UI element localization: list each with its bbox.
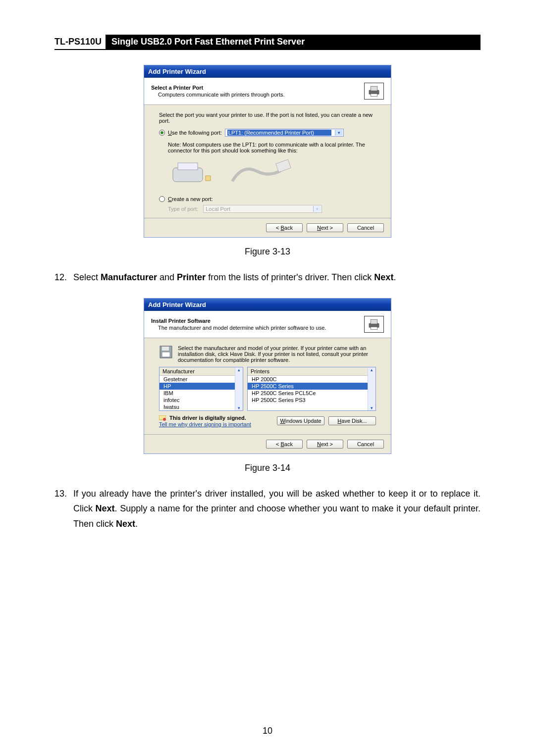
cancel-button[interactable]: Cancel [347,440,384,449]
list-item[interactable]: IBM [160,390,243,397]
printers-header: Printers [248,367,375,376]
use-port-label: UUse the following port:se the following… [168,130,222,136]
step-body: If you already have the printer's driver… [73,486,481,532]
doc-header: TL-PS110U Single USB2.0 Port Fast Ethern… [54,35,481,50]
next-button[interactable]: Next > [307,223,343,232]
step-number: 13. [54,486,73,532]
info-text: Select the manufacturer and model of you… [178,345,376,363]
port-connector-images [168,156,376,191]
add-printer-wizard-port-dialog: Add Printer Wizard Select a Printer Port… [144,65,391,238]
port-selected-value: LPT1: (Recommended Printer Port) [227,130,331,136]
dialog-header: Install Printer Software The manufacture… [144,311,391,338]
port-dropdown[interactable]: LPT1: (Recommended Printer Port) ▾ [225,129,344,137]
have-disk-button[interactable]: Have Disk... [328,416,376,425]
cancel-button[interactable]: Cancel [347,223,384,232]
chevron-down-icon: ▾ [313,206,321,212]
driver-signed-text: This driver is digitally signed. [169,415,246,421]
figure-caption-1: Figure 3-13 [54,247,481,257]
windows-update-button[interactable]: Windows Update [277,416,324,425]
next-button[interactable]: Next > [307,440,343,449]
printers-listbox[interactable]: Printers HP 2000CHP 2500C SeriesHP 2500C… [247,367,376,411]
svg-rect-2 [371,94,377,96]
list-item[interactable]: Iwatsu [160,403,243,410]
floppy-disk-icon [159,345,173,359]
chevron-down-icon[interactable]: ▾ [238,405,240,410]
list-item[interactable]: HP [160,383,243,390]
intro-text: Select the port you want your printer to… [159,112,376,124]
chevron-up-icon[interactable]: ▴ [371,367,373,372]
product-title: Single USB2.0 Port Fast Ethernet Print S… [106,35,481,49]
svg-rect-6 [276,159,291,172]
svg-rect-11 [162,347,169,351]
printer-illustration-icon [168,159,213,189]
step-number: 12. [54,270,73,285]
back-button[interactable]: < Back [266,223,303,232]
create-port-label: Create a new port: [168,196,213,202]
certificate-icon [159,415,166,421]
svg-rect-4 [178,163,198,170]
dialog-header-subtitle: Computers communicate with printers thro… [151,92,364,98]
manufacturer-header: Manufacturer [160,367,243,376]
port-type-value: Local Port [206,206,230,212]
add-printer-wizard-software-dialog: Add Printer Wizard Install Printer Softw… [144,298,391,454]
port-type-dropdown: Local Port ▾ [203,205,322,213]
printer-icon [364,316,384,333]
step-body: Select Manufacturer and Printer from the… [73,270,481,285]
svg-rect-12 [162,352,170,357]
page-number: 10 [0,726,535,736]
step-12: 12. Select Manufacturer and Printer from… [54,270,481,285]
list-item[interactable]: HP 2500C Series PCL5Ce [248,390,375,397]
step-13: 13. If you already have the printer's dr… [54,486,481,532]
radio-selected-icon [159,130,165,136]
figure-caption-2: Figure 3-14 [54,463,481,473]
svg-rect-8 [371,319,377,324]
list-item[interactable]: infotec [160,397,243,403]
svg-rect-9 [371,327,377,329]
type-of-port-label: Type of port: [168,206,198,212]
radio-unselected-icon [159,196,165,202]
port-note-text: Note: Most computers use the LPT1: port … [168,142,376,153]
list-item[interactable]: HP 2500C Series PS3 [248,397,375,403]
dialog-titlebar: Add Printer Wizard [144,299,391,311]
back-button[interactable]: < Back [266,440,303,449]
printer-icon [364,83,384,100]
dialog-header-subtitle: The manufacturer and model determine whi… [151,325,364,331]
dialog-header-title: Select a Printer Port [151,85,364,91]
chevron-down-icon[interactable]: ▾ [335,130,343,136]
chevron-down-icon[interactable]: ▾ [371,405,373,410]
cable-connector-icon [227,159,292,189]
scrollbar[interactable]: ▴▾ [235,367,243,410]
model-code: TL-PS110U [54,35,106,49]
svg-rect-5 [206,176,211,181]
manufacturer-listbox[interactable]: Manufacturer GestetnerHPIBMinfotecIwatsu… [159,367,243,411]
use-following-port-option[interactable]: UUse the following port:se the following… [159,129,376,137]
scrollbar[interactable]: ▴▾ [368,367,375,410]
driver-signing-link[interactable]: Tell me why driver signing is important [159,421,251,427]
svg-point-14 [163,418,166,421]
dialog-titlebar: Add Printer Wizard [144,65,391,78]
create-new-port-option[interactable]: Create a new port: [159,196,376,202]
dialog-header-title: Install Printer Software [151,318,364,324]
dialog-header: Select a Printer Port Computers communic… [144,78,391,105]
chevron-up-icon[interactable]: ▴ [238,367,240,372]
svg-rect-1 [371,86,377,91]
list-item[interactable]: Gestetner [160,376,243,383]
list-item[interactable]: HP 2500C Series [248,383,375,390]
list-item[interactable]: HP 2000C [248,376,375,383]
